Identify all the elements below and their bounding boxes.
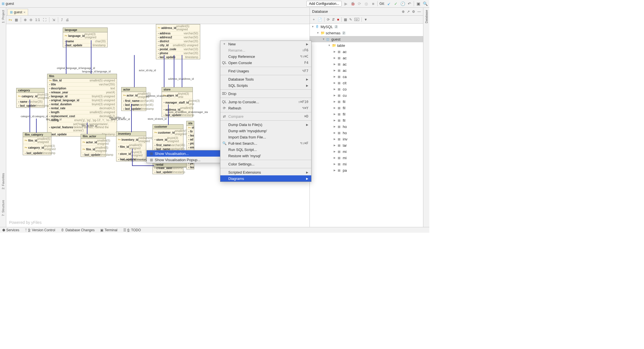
bottom-vcs[interactable]: ᛘ9: Version Control — [25, 228, 55, 232]
tree-table-item[interactable]: ▦ac — [310, 49, 423, 55]
chevron-right-icon[interactable] — [334, 100, 336, 103]
erd-table-film-actor[interactable]: film_actor 🗝actor_idsmallint(5) unsigned… — [81, 134, 106, 157]
tree-table-item[interactable]: ▦mi — [310, 155, 423, 161]
menu-item[interactable]: Database Tools▶ — [220, 76, 311, 82]
chevron-right-icon[interactable] — [334, 113, 336, 115]
menu-item[interactable]: Run SQL Script... — [220, 146, 311, 153]
chevron-right-icon[interactable] — [334, 156, 336, 159]
erd-table-actor[interactable]: actor 🗝actor_idsmallint(5) unsigned▪firs… — [121, 87, 146, 111]
tree-table-item[interactable]: ▦mi — [310, 161, 423, 167]
run-icon[interactable]: ▶ — [343, 1, 348, 6]
tree-table-item[interactable]: ▦cit — [310, 80, 423, 86]
menu-item[interactable]: Scripted Extensions▶ — [220, 169, 311, 175]
menu-item[interactable]: +New▶ — [220, 41, 311, 47]
duplicate-icon[interactable]: 📄 — [318, 18, 322, 22]
menu-item[interactable]: QLJump to Console...⇧⌘F10 — [220, 99, 311, 105]
tab-structure[interactable]: 7: Structure — [1, 199, 5, 217]
edit-icon[interactable]: ✎ — [349, 18, 352, 22]
context-menu[interactable]: +New▶Rename...⇧F6Copy Reference⌥⇧⌘CQLOpe… — [220, 41, 311, 182]
chevron-down-icon[interactable] — [317, 31, 319, 34]
tree-table-item[interactable]: ▦fil — [310, 111, 423, 117]
erd-table-film-category[interactable]: film_category 🗝film_idsmallint(5) unsign… — [23, 132, 51, 155]
stop-icon[interactable]: ■ — [337, 18, 339, 22]
stop-icon[interactable]: ■ — [371, 1, 376, 6]
menu-item[interactable]: 🔍Full-text Search...⌥⇧⌘F — [220, 140, 311, 146]
chevron-right-icon[interactable] — [334, 56, 336, 59]
git-commit-icon[interactable]: ✓ — [393, 1, 398, 6]
hide-icon[interactable]: — — [417, 10, 421, 14]
print-icon[interactable]: 🖨 — [66, 18, 69, 22]
chevron-right-icon[interactable] — [334, 125, 336, 128]
erd-table-language[interactable]: language 🗝language_idtinyint(3) unsigned… — [63, 28, 108, 47]
menu-item[interactable]: ⟳Refresh⌥⌘Y — [220, 105, 311, 111]
zoom-out-icon[interactable]: ⊖ — [30, 18, 32, 22]
grid-icon[interactable]: ▦ — [15, 18, 18, 22]
menu-item[interactable]: SQL Scripts▶ — [220, 82, 311, 89]
chevron-right-icon[interactable] — [334, 169, 336, 172]
bottom-todo[interactable]: ☰6: TODO — [123, 228, 141, 232]
menu-item[interactable]: QLOpen ConsoleF4 — [220, 60, 311, 66]
erd-table-category[interactable]: category 🗝category_idtinyint(3) unsigned… — [16, 88, 45, 108]
tree-table-item[interactable]: ▦pa — [310, 167, 423, 173]
chevron-right-icon[interactable] — [334, 131, 336, 134]
add-configuration-button[interactable]: Add Configuration... — [306, 1, 342, 7]
add-icon[interactable]: ＋ — [312, 17, 315, 22]
menu-item[interactable]: Import Data from File... — [220, 134, 311, 140]
chevron-right-icon[interactable] — [334, 119, 336, 122]
tree-table-item[interactable]: ▦ac — [310, 55, 423, 61]
key-filter-icon[interactable]: 🗝 — [9, 18, 12, 22]
menu-item[interactable]: Dump Data to File(s)▶ — [220, 121, 311, 128]
tree-table-item[interactable]: ▦fil — [310, 105, 423, 111]
tree-table-item[interactable]: ▦ho — [310, 123, 423, 130]
ql-icon[interactable]: QL — [354, 18, 359, 21]
chevron-right-icon[interactable] — [334, 94, 336, 97]
collapse-icon[interactable]: ↗ — [407, 10, 410, 14]
zoom-in-icon[interactable]: ⊕ — [24, 18, 27, 22]
tree-mysql[interactable]: 🛢 MySQL 2 — [310, 24, 423, 30]
tree-table-item[interactable]: ▦ac — [310, 61, 423, 67]
filter-icon[interactable]: ▼ — [364, 18, 367, 22]
tree-table-item[interactable]: ▦inv — [310, 136, 423, 142]
menu-item[interactable]: Restore with 'mysql' — [220, 153, 311, 159]
coverage-icon[interactable]: ⟳ — [357, 1, 362, 6]
chevron-down-icon[interactable] — [328, 44, 331, 47]
debug-icon[interactable]: 🐞 — [350, 1, 355, 6]
chevron-right-icon[interactable] — [334, 88, 336, 91]
chevron-right-icon[interactable] — [334, 106, 336, 109]
bottom-services[interactable]: ⬢Services — [2, 228, 19, 232]
chevron-right-icon[interactable] — [334, 144, 336, 147]
bottom-terminal[interactable]: ▣Terminal — [100, 228, 117, 232]
search-icon[interactable]: 🔍 — [423, 1, 428, 6]
tree-table-item[interactable]: ▦ac — [310, 67, 423, 73]
menu-item[interactable]: Find Usages⌥F7 — [220, 68, 311, 74]
menu-item[interactable]: Dump with 'mysqldump' — [220, 128, 311, 134]
erd-table-inventory[interactable]: inventory 🗝inventory_idmediumint(8) unsi… — [116, 131, 146, 161]
tab-database[interactable]: Database — [425, 9, 428, 24]
tree-table-item[interactable]: ▦fil — [310, 98, 423, 105]
export-icon[interactable]: ⤴ — [61, 18, 63, 22]
bottom-db-changes[interactable]: 🛢Database Changes — [61, 228, 95, 232]
tree-table-item[interactable]: ▦ca — [310, 73, 423, 80]
erd-table-address[interactable]: 🗝address_idsmallint(5) unsigned▪addressv… — [156, 24, 200, 59]
tree-table-item[interactable]: ▦ho — [310, 130, 423, 136]
tab-favorites[interactable]: 2: Favorites — [1, 172, 5, 190]
zoom-actual-icon[interactable]: 1:1 — [35, 18, 40, 22]
tree-schemas[interactable]: 📁 schemas 2 — [310, 30, 423, 36]
tree-table-item[interactable]: ▦fil — [310, 117, 423, 123]
menu-item[interactable]: Diagrams▶ — [220, 175, 311, 182]
tree-table-item[interactable]: ▦cu — [310, 92, 423, 98]
fit-icon[interactable]: ⛶ — [43, 18, 46, 22]
chevron-right-icon[interactable] — [334, 163, 336, 165]
tree-guest[interactable]: ◫ guest — [310, 36, 423, 42]
chevron-right-icon[interactable] — [334, 81, 336, 84]
layout-icon[interactable]: ⇲ — [52, 18, 55, 22]
menu-item[interactable]: Color Settings... — [220, 161, 311, 167]
tree-table-item[interactable]: ▦mi — [310, 148, 423, 155]
tab-project[interactable]: 1: Project — [1, 9, 5, 24]
undo-icon[interactable]: ↶ — [407, 1, 412, 6]
target-icon[interactable]: ⊕ — [402, 10, 405, 14]
chevron-right-icon[interactable] — [334, 75, 336, 78]
chevron-right-icon[interactable] — [334, 69, 336, 72]
database-tree[interactable]: 🛢 MySQL 2 📁 schemas 2 ◫ guest 📁 table ▦a… — [310, 24, 423, 227]
chevron-right-icon[interactable] — [334, 50, 336, 53]
